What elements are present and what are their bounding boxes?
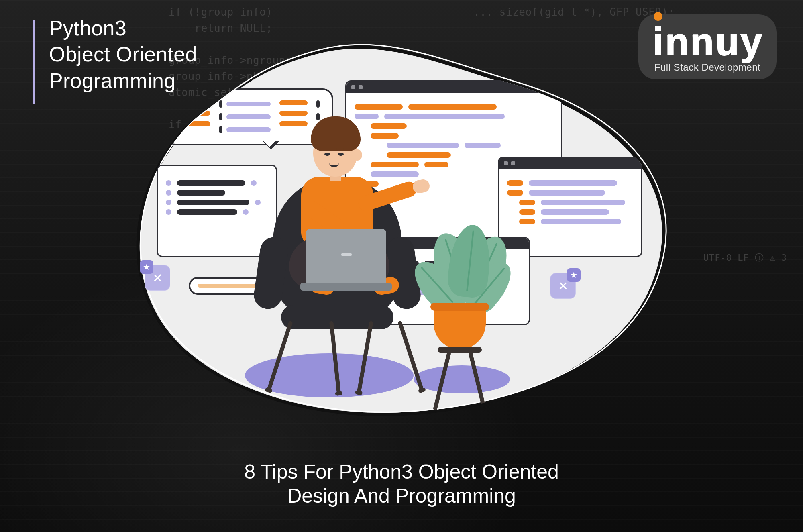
plant [434,305,486,349]
logo-letter: n [690,22,714,61]
caption: 8 Tips For Python3 Object Oriented Desig… [0,460,803,508]
caption-line: 8 Tips For Python3 Object Oriented [0,460,803,484]
star-icon: ★ [567,268,581,282]
logo-letter: y [741,22,762,61]
badge-icon: ✕ ★ [145,265,170,291]
floor-shadow [414,365,510,393]
badge-icon: ✕ ★ [550,273,576,299]
caption-line: Design And Programming [0,484,803,508]
laptop [306,229,386,285]
hero-card: if (!group_info) ... sizeof(gid_t *), GF… [0,0,803,532]
editor-statusbar: UTF-8 LF ⓘ ⚠ 3 [703,252,787,264]
star-icon: ★ [140,260,153,274]
illustration: ✕ ★ ✕ ★ [104,28,683,446]
logo-letter: u [715,22,739,61]
code-window [157,165,277,257]
developer [313,128,357,177]
chair-legs [337,321,338,322]
accent-rule [33,20,35,104]
